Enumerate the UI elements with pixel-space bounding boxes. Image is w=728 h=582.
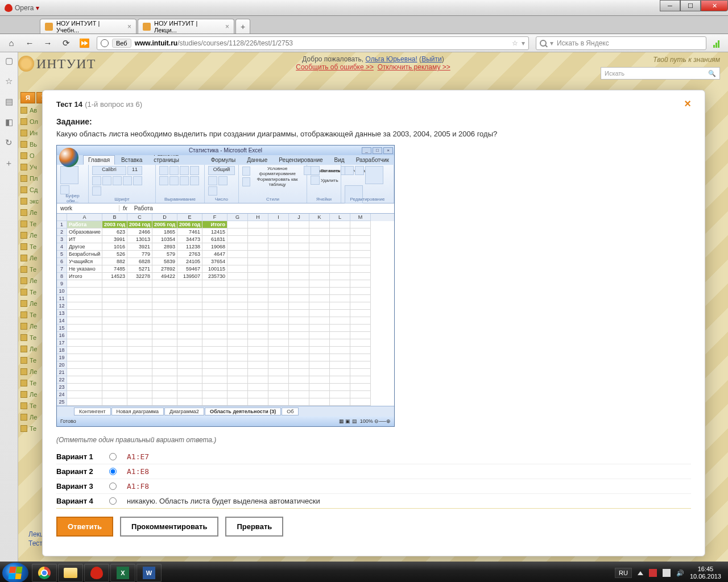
forward-icon[interactable]: →: [42, 38, 53, 49]
search-icon: 🔍: [708, 70, 716, 77]
fx-value: Работа: [131, 205, 156, 211]
sheet-tab: Контингент: [74, 408, 111, 415]
tray-network-icon[interactable]: [663, 569, 671, 577]
comment-button[interactable]: Прокомментировать: [120, 517, 218, 537]
variant-radio[interactable]: [109, 497, 117, 505]
panel-star-icon[interactable]: ☆: [4, 76, 14, 86]
abort-button[interactable]: Прервать: [225, 517, 283, 537]
tray-expand-icon[interactable]: [638, 571, 643, 575]
address-bar[interactable]: Веб www.intuit.ru/studies/courses/1128/2…: [97, 36, 529, 50]
disable-ads-link[interactable]: Отключить рекламу >>: [378, 63, 450, 71]
signal-icon[interactable]: [713, 39, 722, 48]
system-tray: RU 🔊 16:4510.06.2013: [615, 566, 726, 580]
panel-icon[interactable]: ▤: [4, 97, 14, 107]
tray-flag-icon[interactable]: [649, 569, 657, 577]
browser-tab[interactable]: НОУ ИНТУИТ | Лекци...×: [138, 19, 234, 34]
scheme-pill: Веб: [112, 39, 131, 48]
variant-row: Вариант 4никакую. Область листа будет вы…: [56, 494, 691, 509]
tray-volume-icon[interactable]: 🔊: [676, 569, 684, 577]
variant-radio[interactable]: [109, 468, 117, 475]
app-menu-caret[interactable]: ▾: [36, 4, 39, 12]
language-indicator[interactable]: RU: [615, 568, 632, 578]
sheet-tab: Диаграмма2: [164, 408, 204, 415]
tab-close-icon[interactable]: ×: [127, 23, 131, 31]
modal-title: Тест 14 (1-й вопрос из 6): [56, 99, 142, 109]
browser-side-panel: ▢ ☆ ▤ ◧ ↻ ＋: [0, 52, 18, 562]
answer-hint: (Отметьте один правильный вариант ответа…: [56, 436, 691, 444]
ribbon: Буфер обм... Calibri11Шрифт Выравнивание…: [57, 165, 394, 203]
tab-close-icon[interactable]: ×: [225, 23, 229, 31]
ribbon-tabs: ГлавнаяВставкаРазметка страницыФормулыДа…: [57, 155, 394, 165]
start-button[interactable]: [2, 563, 28, 582]
panel-add-icon[interactable]: ＋: [4, 158, 14, 168]
report-error-link[interactable]: Сообщить об ошибке >>: [296, 63, 374, 71]
home-icon[interactable]: ⌂: [6, 38, 17, 49]
sheet-tab: Область деятельности (3): [205, 408, 281, 415]
panel-icon[interactable]: ▢: [4, 56, 14, 66]
close-button[interactable]: ✕: [701, 0, 728, 11]
favicon-icon: [45, 23, 53, 31]
taskbar-excel-icon[interactable]: X: [110, 564, 135, 582]
maximize-button[interactable]: ☐: [680, 0, 701, 11]
action-buttons: Ответить Прокомментировать Прервать: [56, 517, 691, 537]
addr-text: www.intuit.ru/studies/courses/1128/226/t…: [135, 39, 293, 47]
variants: Вариант 1A1:E7Вариант 2A1:E8Вариант 3A1:…: [56, 450, 691, 509]
crumb-item[interactable]: Я: [20, 92, 35, 103]
view-icons: ▦ ▣ ▤: [339, 418, 357, 424]
variant-row: Вариант 3A1:F8: [56, 479, 691, 494]
tab-title: НОУ ИНТУИТ | Учебн...: [56, 20, 124, 34]
formula-bar: work fx Работа: [57, 203, 394, 214]
new-tab-button[interactable]: +: [235, 19, 250, 34]
search-icon: [540, 40, 547, 47]
site-center: Добро пожаловать, Ольга Юрьевна! (Выйти)…: [296, 55, 450, 71]
sheet-tabs: КонтингентНовая диаграммаДиаграмма2Облас…: [57, 406, 394, 416]
ex-close-icon: ×: [383, 147, 393, 154]
variant-label: Вариант 4: [56, 497, 99, 505]
fastforward-icon[interactable]: ⏩: [78, 38, 90, 49]
fx-icon: fx: [119, 205, 131, 211]
browser-tab-strip: НОУ ИНТУИТ | Учебн...× НОУ ИНТУИТ | Лекц…: [0, 16, 728, 34]
bookmark-star-icon[interactable]: ☆: [512, 39, 518, 47]
panel-icon[interactable]: ◧: [4, 117, 14, 127]
variant-radio[interactable]: [109, 483, 117, 490]
tab-title: НОУ ИНТУИТ | Лекци...: [154, 20, 222, 34]
task-text: Какую область листа необходимо выделить …: [56, 130, 691, 138]
favicon-icon: [143, 23, 151, 31]
variant-label: Вариант 3: [56, 482, 99, 490]
site-search-input[interactable]: Искать🔍: [601, 67, 720, 80]
excel-status-bar: Готово ▦ ▣ ▤ 100% ⊖──⊕: [57, 416, 394, 426]
variant-label: Вариант 1: [56, 452, 99, 461]
name-box: work: [57, 205, 119, 211]
ribbon-tab: Вставка: [116, 155, 147, 165]
globe-icon: [101, 39, 109, 47]
back-icon[interactable]: ←: [24, 38, 35, 49]
app-label: Opera ▾: [0, 4, 44, 12]
taskbar-chrome-icon[interactable]: [32, 564, 57, 582]
answer-button[interactable]: Ответить: [56, 517, 113, 537]
modal-close-icon[interactable]: ×: [684, 97, 691, 110]
ex-min-icon: _: [362, 147, 371, 154]
taskbar-word-icon[interactable]: W: [136, 564, 162, 582]
panel-icon[interactable]: ↻: [4, 138, 14, 148]
windows-taskbar: X W RU 🔊 16:4510.06.2013: [0, 562, 728, 582]
variant-row: Вариант 2A1:E8: [56, 464, 691, 479]
taskbar-explorer-icon[interactable]: [58, 564, 83, 582]
variant-radio[interactable]: [109, 453, 117, 460]
site-header: ИНТУИТ Добро пожаловать, Ольга Юрьевна! …: [18, 52, 728, 74]
browser-tab[interactable]: НОУ ИНТУИТ | Учебн...×: [40, 19, 136, 34]
minimize-button[interactable]: ─: [660, 0, 680, 11]
site-logo[interactable]: ИНТУИТ: [18, 56, 96, 72]
search-box[interactable]: ▾ Искать в Яндекс: [536, 36, 706, 50]
ribbon-tab: Разработчик: [351, 155, 394, 165]
worksheet: 1234567891011121314151617181920212223242…: [57, 214, 394, 406]
user-link[interactable]: Ольга Юрьевна!: [365, 55, 417, 63]
reload-icon[interactable]: ⟳: [60, 38, 72, 49]
taskbar-opera-icon[interactable]: [84, 564, 109, 582]
excel-titlebar: Статистика - Microsoft Excel _□×: [57, 146, 394, 155]
addr-dropdown-icon[interactable]: ▾: [522, 39, 525, 47]
logout-link[interactable]: Выйти: [421, 55, 442, 63]
ex-max-icon: □: [373, 147, 382, 154]
clock[interactable]: 16:4510.06.2013: [690, 566, 721, 580]
search-placeholder: Искать в Яндекс: [557, 39, 609, 47]
variant-text: никакую. Область листа будет выделена ав…: [127, 497, 320, 505]
